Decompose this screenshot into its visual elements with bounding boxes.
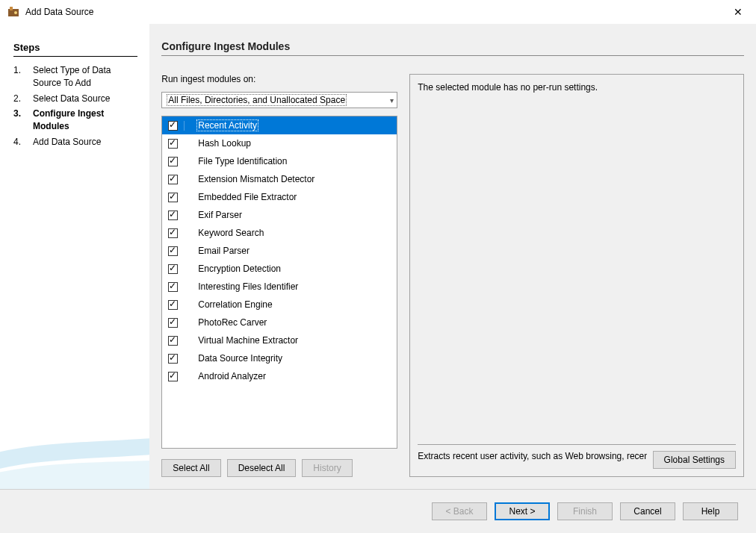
step-item: 3.Configure Ingest Modules bbox=[13, 107, 137, 133]
module-checkbox-cell[interactable] bbox=[162, 372, 185, 381]
step-number: 2. bbox=[13, 93, 24, 105]
module-checkbox-cell[interactable] bbox=[162, 264, 185, 274]
module-label: Embedded File Extractor bbox=[196, 191, 298, 203]
module-row[interactable]: Email Parser bbox=[162, 242, 397, 260]
steps-panel: Steps 1.Select Type of Data Source To Ad… bbox=[0, 24, 149, 489]
module-label: Correlation Engine bbox=[196, 299, 273, 311]
checkbox-icon[interactable] bbox=[168, 282, 178, 292]
checkbox-icon[interactable] bbox=[168, 372, 178, 381]
module-label: Virtual Machine Extractor bbox=[196, 334, 300, 346]
module-checkbox-cell[interactable] bbox=[162, 228, 185, 238]
module-row[interactable]: Virtual Machine Extractor bbox=[162, 331, 397, 349]
chevron-down-icon: ▾ bbox=[390, 96, 394, 105]
step-item: 4.Add Data Source bbox=[13, 136, 137, 149]
select-all-button[interactable]: Select All bbox=[161, 459, 220, 477]
back-button[interactable]: < Back bbox=[432, 502, 487, 520]
checkbox-icon[interactable] bbox=[168, 175, 178, 184]
module-label: PhotoRec Carver bbox=[196, 317, 268, 328]
module-row[interactable]: Correlation Engine bbox=[162, 296, 397, 314]
decorative-swoosh bbox=[0, 332, 149, 489]
checkbox-icon[interactable] bbox=[168, 336, 178, 346]
module-checkbox-cell[interactable] bbox=[162, 211, 185, 220]
module-row[interactable]: Keyword Search bbox=[162, 224, 397, 242]
module-checkbox-cell[interactable] bbox=[162, 336, 185, 346]
step-label: Select Type of Data Source To Add bbox=[33, 64, 137, 90]
checkbox-icon[interactable] bbox=[168, 246, 178, 256]
window-title: Add Data Source bbox=[25, 7, 93, 17]
app-icon bbox=[7, 6, 19, 18]
module-row[interactable]: Extension Mismatch Detector bbox=[162, 170, 397, 188]
steps-list: 1.Select Type of Data Source To Add2.Sel… bbox=[13, 64, 137, 149]
main-panel: Configure Ingest Modules Run ingest modu… bbox=[149, 24, 756, 489]
module-row[interactable]: Exif Parser bbox=[162, 206, 397, 224]
module-checkbox-cell[interactable] bbox=[162, 175, 185, 184]
checkbox-icon[interactable] bbox=[168, 211, 178, 220]
run-scope-dropdown[interactable]: All Files, Directories, and Unallocated … bbox=[161, 92, 397, 108]
step-number: 1. bbox=[13, 64, 24, 90]
steps-heading: Steps bbox=[13, 42, 137, 53]
module-checkbox-cell[interactable] bbox=[162, 300, 185, 310]
module-label: Android Analyzer bbox=[196, 370, 267, 382]
module-checkbox-cell[interactable] bbox=[162, 354, 185, 364]
help-button[interactable]: Help bbox=[683, 502, 738, 520]
dropdown-value: All Files, Directories, and Unallocated … bbox=[167, 94, 347, 106]
module-label: Data Source Integrity bbox=[196, 352, 284, 364]
step-item: 1.Select Type of Data Source To Add bbox=[13, 64, 137, 90]
step-label: Add Data Source bbox=[33, 136, 101, 149]
checkbox-icon[interactable] bbox=[168, 121, 178, 131]
checkbox-icon[interactable] bbox=[168, 264, 178, 274]
module-checkbox-cell[interactable] bbox=[162, 246, 185, 256]
module-label: Encryption Detection bbox=[196, 263, 282, 275]
module-row[interactable]: PhotoRec Carver bbox=[162, 314, 397, 331]
module-row[interactable]: Data Source Integrity bbox=[162, 349, 397, 367]
cancel-button[interactable]: Cancel bbox=[620, 502, 675, 520]
checkbox-icon[interactable] bbox=[168, 318, 178, 328]
close-icon[interactable]: ✕ bbox=[728, 3, 749, 21]
module-label: Keyword Search bbox=[196, 227, 265, 239]
module-checkbox-cell[interactable] bbox=[162, 318, 185, 328]
checkbox-icon[interactable] bbox=[168, 157, 178, 166]
checkbox-icon[interactable] bbox=[168, 354, 178, 364]
finish-button[interactable]: Finish bbox=[557, 502, 613, 520]
run-label: Run ingest modules on: bbox=[161, 74, 397, 84]
module-checkbox-cell[interactable] bbox=[162, 193, 185, 202]
checkbox-icon[interactable] bbox=[168, 300, 178, 310]
module-checkbox-cell[interactable] bbox=[162, 139, 185, 149]
module-label: Exif Parser bbox=[196, 209, 244, 221]
module-row[interactable]: Encryption Detection bbox=[162, 260, 397, 278]
module-row[interactable]: Android Analyzer bbox=[162, 367, 397, 385]
module-row[interactable]: File Type Identification bbox=[162, 152, 397, 170]
svg-point-2 bbox=[14, 11, 17, 14]
module-checkbox-cell[interactable] bbox=[162, 282, 185, 292]
history-button[interactable]: History bbox=[302, 459, 352, 477]
checkbox-icon[interactable] bbox=[168, 193, 178, 202]
module-list[interactable]: Recent ActivityHash LookupFile Type Iden… bbox=[161, 116, 397, 449]
settings-message: The selected module has no per-run setti… bbox=[418, 82, 736, 444]
module-description: Extracts recent user activity, such as W… bbox=[418, 451, 646, 461]
module-label: Extension Mismatch Detector bbox=[196, 173, 316, 185]
module-label: Recent Activity bbox=[196, 119, 258, 131]
divider bbox=[161, 55, 744, 56]
module-label: Email Parser bbox=[196, 245, 251, 257]
step-label: Configure Ingest Modules bbox=[33, 107, 137, 133]
next-button[interactable]: Next > bbox=[495, 502, 550, 520]
checkbox-icon[interactable] bbox=[168, 139, 178, 149]
module-row[interactable]: Hash Lookup bbox=[162, 134, 397, 152]
module-label: Interesting Files Identifier bbox=[196, 281, 300, 293]
checkbox-icon[interactable] bbox=[168, 228, 178, 238]
step-number: 3. bbox=[13, 107, 24, 133]
module-checkbox-cell[interactable] bbox=[162, 121, 185, 131]
step-label: Select Data Source bbox=[33, 93, 110, 105]
module-label: Hash Lookup bbox=[196, 137, 252, 149]
module-row[interactable]: Embedded File Extractor bbox=[162, 188, 397, 206]
module-checkbox-cell[interactable] bbox=[162, 157, 185, 166]
module-label: File Type Identification bbox=[196, 155, 288, 167]
global-settings-button[interactable]: Global Settings bbox=[653, 451, 736, 469]
deselect-all-button[interactable]: Deselect All bbox=[227, 459, 297, 477]
module-row[interactable]: Recent Activity bbox=[162, 116, 397, 134]
module-row[interactable]: Interesting Files Identifier bbox=[162, 278, 397, 296]
wizard-footer: < Back Next > Finish Cancel Help bbox=[0, 490, 756, 533]
section-title: Configure Ingest Modules bbox=[161, 40, 744, 52]
step-number: 4. bbox=[13, 136, 24, 149]
svg-rect-1 bbox=[10, 7, 13, 10]
